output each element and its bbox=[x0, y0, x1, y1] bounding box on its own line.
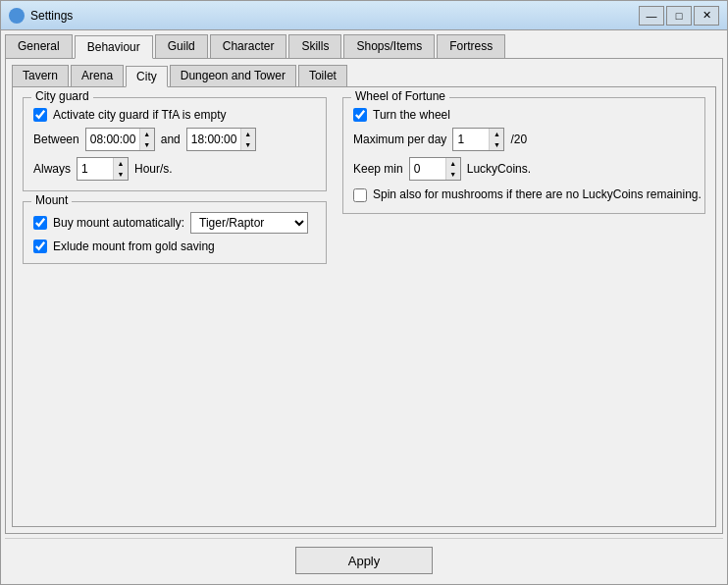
wheel-of-fortune-section: Wheel of Fortune Turn the wheel Maximum … bbox=[342, 97, 705, 214]
max-per-day-label: Maximum per day bbox=[353, 133, 446, 146]
inner-tab-tavern[interactable]: Tavern bbox=[12, 65, 69, 86]
and-label: and bbox=[161, 133, 181, 146]
title-bar: Settings — □ ✕ bbox=[1, 1, 727, 30]
between-row: Between ▲ ▼ and bbox=[33, 128, 316, 151]
spin-mushrooms-row: Spin also for mushrooms if there are no … bbox=[353, 186, 695, 203]
time-from-spinners: ▲ ▼ bbox=[139, 129, 154, 150]
activate-city-guard-label: Activate city guard if TfA is empty bbox=[53, 108, 227, 122]
window-controls: — □ ✕ bbox=[639, 6, 719, 26]
always-up[interactable]: ▲ bbox=[114, 158, 128, 169]
exclude-mount-label: Exlude mount from gold saving bbox=[53, 239, 215, 253]
city-guard-label: City guard bbox=[31, 89, 93, 103]
always-down[interactable]: ▼ bbox=[114, 169, 128, 180]
activate-row: Activate city guard if TfA is empty bbox=[33, 108, 316, 122]
max-per-day-up[interactable]: ▲ bbox=[490, 129, 503, 139]
keep-min-up[interactable]: ▲ bbox=[446, 158, 460, 169]
always-spinner: ▲ ▼ bbox=[77, 157, 129, 181]
close-button[interactable]: ✕ bbox=[694, 6, 719, 26]
tab-fortress[interactable]: Fortress bbox=[437, 34, 505, 58]
hours-label: Hour/s. bbox=[134, 162, 173, 176]
max-per-day-suffix: /20 bbox=[510, 133, 527, 146]
window-title: Settings bbox=[30, 9, 639, 23]
time-from-input[interactable] bbox=[86, 129, 139, 150]
apply-button[interactable]: Apply bbox=[295, 547, 433, 574]
tab-general[interactable]: General bbox=[5, 34, 73, 58]
turn-wheel-row: Turn the wheel bbox=[353, 108, 695, 122]
time-to-field: ▲ ▼ bbox=[186, 128, 256, 151]
time-from-up[interactable]: ▲ bbox=[140, 129, 154, 139]
tab-shops-items[interactable]: Shops/Items bbox=[343, 34, 435, 58]
window-content: General Behaviour Guild Character Skills… bbox=[1, 30, 727, 584]
between-label: Between bbox=[33, 133, 79, 146]
mount-label: Mount bbox=[31, 193, 72, 207]
top-tab-bar: General Behaviour Guild Character Skills… bbox=[5, 34, 723, 58]
keep-min-spinners: ▲ ▼ bbox=[445, 158, 460, 180]
always-row: Always ▲ ▼ Hour/s. bbox=[33, 157, 316, 181]
always-spinners: ▲ ▼ bbox=[113, 158, 128, 180]
always-label: Always bbox=[33, 162, 71, 176]
settings-window: Settings — □ ✕ General Behaviour Guild C… bbox=[0, 0, 728, 585]
time-to-spinners: ▲ ▼ bbox=[240, 129, 255, 150]
city-panel: City guard Activate city guard if TfA is… bbox=[12, 86, 716, 527]
time-to-up[interactable]: ▲ bbox=[241, 129, 255, 139]
exclude-mount-row: Exlude mount from gold saving bbox=[33, 239, 316, 253]
inner-tab-toilet[interactable]: Toilet bbox=[298, 65, 347, 86]
keep-min-down[interactable]: ▼ bbox=[446, 169, 460, 180]
tab-behaviour[interactable]: Behaviour bbox=[75, 35, 153, 59]
max-per-day-down[interactable]: ▼ bbox=[490, 139, 503, 150]
keep-min-input[interactable] bbox=[410, 158, 445, 180]
bottom-bar: Apply bbox=[5, 538, 723, 580]
time-to-input[interactable] bbox=[187, 129, 240, 150]
tab-character[interactable]: Character bbox=[210, 34, 287, 58]
wheel-of-fortune-label: Wheel of Fortune bbox=[351, 89, 449, 103]
max-per-day-input[interactable] bbox=[453, 129, 489, 150]
buy-mount-label: Buy mount automatically: bbox=[53, 216, 184, 230]
inner-tab-dungeon-tower[interactable]: Dungeon and Tower bbox=[170, 65, 296, 86]
buy-mount-checkbox[interactable] bbox=[33, 216, 47, 230]
time-to-down[interactable]: ▼ bbox=[241, 139, 255, 150]
time-from-down[interactable]: ▼ bbox=[140, 139, 154, 150]
minimize-button[interactable]: — bbox=[639, 6, 664, 26]
inner-tab-bar: Tavern Arena City Dungeon and Tower Toil… bbox=[12, 65, 716, 86]
keep-min-row: Keep min ▲ ▼ LuckyCoins. bbox=[353, 157, 695, 181]
lucky-coins-label: LuckyCoins. bbox=[467, 162, 531, 176]
inner-tab-city[interactable]: City bbox=[126, 66, 168, 87]
tab-skills[interactable]: Skills bbox=[288, 34, 341, 58]
always-input[interactable] bbox=[78, 158, 113, 180]
behaviour-panel: Tavern Arena City Dungeon and Tower Toil… bbox=[5, 58, 723, 534]
turn-wheel-label: Turn the wheel bbox=[373, 108, 450, 122]
time-from-field: ▲ ▼ bbox=[85, 128, 155, 151]
buy-mount-row: Buy mount automatically: Tiger/Raptor Ho… bbox=[33, 212, 316, 234]
max-per-day-spinners: ▲ ▼ bbox=[489, 129, 503, 150]
left-column: City guard Activate city guard if TfA is… bbox=[23, 97, 327, 516]
mount-dropdown[interactable]: Tiger/Raptor Horse Tiger Raptor bbox=[190, 212, 308, 234]
spin-mushrooms-label: Spin also for mushrooms if there are no … bbox=[373, 186, 530, 203]
spin-mushrooms-checkbox[interactable] bbox=[353, 188, 367, 202]
app-icon bbox=[9, 8, 25, 24]
tab-guild[interactable]: Guild bbox=[155, 34, 208, 58]
right-column: Wheel of Fortune Turn the wheel Maximum … bbox=[342, 97, 705, 516]
exclude-mount-checkbox[interactable] bbox=[33, 239, 47, 253]
maximize-button[interactable]: □ bbox=[666, 6, 692, 26]
max-per-day-row: Maximum per day ▲ ▼ /20 bbox=[353, 128, 695, 151]
keep-min-label: Keep min bbox=[353, 162, 403, 176]
inner-tab-arena[interactable]: Arena bbox=[71, 65, 124, 86]
activate-city-guard-checkbox[interactable] bbox=[33, 108, 47, 122]
turn-wheel-checkbox[interactable] bbox=[353, 108, 367, 122]
max-per-day-spinner: ▲ ▼ bbox=[452, 128, 504, 151]
keep-min-spinner: ▲ ▼ bbox=[409, 157, 461, 181]
city-guard-section: City guard Activate city guard if TfA is… bbox=[23, 97, 327, 191]
mount-section: Mount Buy mount automatically: Tiger/Rap… bbox=[23, 201, 327, 264]
